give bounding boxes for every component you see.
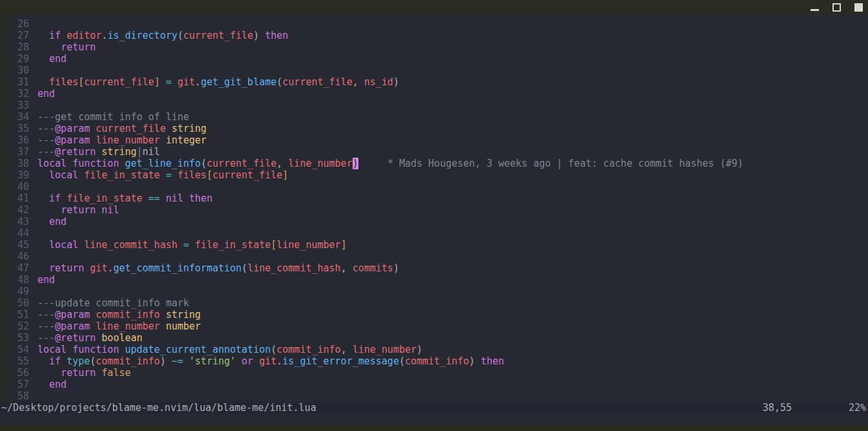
code-token: end	[37, 88, 55, 100]
code-line[interactable]: 26	[0, 18, 868, 30]
code-token	[37, 76, 49, 88]
code-token: file_in_state	[84, 169, 160, 181]
code-line[interactable]: 39 local file_in_state = files[current_f…	[0, 169, 868, 181]
code-line[interactable]: 31 files[current_file] = git.get_git_bla…	[0, 76, 868, 88]
code-text: ---update commit_info mark	[37, 297, 189, 309]
code-line[interactable]: 37---@return string|nil	[0, 146, 868, 158]
code-line[interactable]: 58	[0, 390, 868, 402]
code-token: ]	[341, 239, 347, 251]
code-line[interactable]: 42 return nil	[0, 204, 868, 216]
code-token: is_git_error_message	[282, 355, 399, 367]
code-text: end	[37, 53, 67, 65]
code-token: git	[90, 262, 107, 274]
code-token	[96, 367, 101, 379]
code-line[interactable]: 44	[0, 227, 868, 239]
code-token: ---	[37, 123, 55, 134]
code-line[interactable]: 28 return	[0, 41, 868, 53]
code-line[interactable]: 34---get commit info of line	[0, 111, 868, 123]
code-text: ---@param current_file string	[37, 123, 207, 134]
code-token: [	[271, 239, 276, 251]
code-token: string	[101, 146, 136, 158]
code-line[interactable]: 46	[0, 251, 868, 262]
code-token: commit_info	[276, 344, 340, 355]
maximize-icon[interactable]	[832, 3, 841, 12]
code-text: ---@return string|nil	[37, 146, 160, 158]
code-line[interactable]: 36---@param line_number integer	[0, 134, 868, 146]
code-token	[37, 216, 49, 227]
code-line[interactable]: 50---update commit_info mark	[0, 297, 868, 309]
code-token	[236, 355, 242, 367]
code-token: =	[183, 239, 189, 251]
code-line[interactable]: 43 end	[0, 216, 868, 227]
code-token	[37, 169, 49, 181]
code-line[interactable]: 47 return git.get_commit_information(lin…	[0, 262, 868, 274]
code-token: current_file	[212, 169, 282, 181]
code-token: local	[49, 169, 78, 181]
code-token: =	[166, 169, 172, 181]
code-line[interactable]: 29 end	[0, 53, 868, 65]
close-icon[interactable]	[854, 3, 863, 12]
code-token: ---update commit_info mark	[37, 297, 189, 309]
code-token: boolean	[101, 332, 142, 344]
code-line[interactable]: 53---@return boolean	[0, 332, 868, 344]
code-token: ---	[37, 134, 55, 146]
code-token: )	[253, 30, 259, 41]
code-line[interactable]: 52---@param line_number number	[0, 321, 868, 332]
code-token: then	[480, 355, 504, 367]
code-token	[37, 41, 61, 53]
code-line[interactable]: 32end	[0, 88, 868, 100]
code-token: (	[271, 344, 276, 355]
code-token: files	[49, 76, 78, 88]
code-token: type	[67, 355, 90, 367]
code-text: end	[37, 274, 55, 286]
code-token	[37, 193, 49, 204]
code-token: if	[49, 30, 61, 41]
code-token: (	[242, 262, 247, 274]
code-token: (	[90, 355, 96, 367]
code-token	[160, 169, 166, 181]
code-line[interactable]: 40	[0, 181, 868, 193]
code-line[interactable]: 51---@param commit_info string	[0, 309, 868, 321]
code-token: ~=	[172, 355, 183, 367]
minimize-icon[interactable]	[811, 9, 819, 11]
code-token: return	[61, 41, 96, 53]
code-token: files	[178, 169, 207, 181]
code-line[interactable]: 38local function get_line_info(current_f…	[0, 158, 868, 169]
code-token: number	[166, 321, 201, 332]
code-token: current_file	[96, 123, 165, 134]
code-line[interactable]: 45 local line_commit_hash = file_in_stat…	[0, 239, 868, 251]
code-token	[78, 169, 84, 181]
scroll-percent: 22%	[849, 402, 866, 414]
code-line[interactable]: 41 if file_in_state == nil then	[0, 193, 868, 204]
code-token: then	[265, 30, 288, 41]
code-line[interactable]: 57 end	[0, 379, 868, 390]
code-line[interactable]: 49	[0, 286, 868, 297]
code-line[interactable]: 27 if editor.is_directory(current_file) …	[0, 30, 868, 41]
code-token	[259, 30, 265, 41]
code-line[interactable]: 48end	[0, 274, 868, 286]
code-token: nil	[166, 193, 183, 204]
statusline-filepath: ~/Desktop/projects/blame-me.nvim/lua/bla…	[1, 402, 316, 414]
code-line[interactable]: 30	[0, 65, 868, 76]
code-line[interactable]: 54local function update_current_annotati…	[0, 344, 868, 355]
code-token: (	[276, 76, 282, 88]
code-token	[96, 146, 101, 158]
code-token: line_number	[96, 321, 160, 332]
code-token	[84, 262, 90, 274]
code-line[interactable]: 33	[0, 100, 868, 111]
code-text: ---get commit info of line	[37, 111, 189, 123]
code-editor[interactable]: 2627 if editor.is_directory(current_file…	[0, 14, 868, 402]
code-token: return	[61, 367, 96, 379]
code-line[interactable]: 35---@param current_file string	[0, 123, 868, 134]
code-token: ns_id	[364, 76, 393, 88]
code-token: ,	[276, 158, 288, 169]
code-text: local file_in_state = files[current_file…	[37, 169, 288, 181]
code-line[interactable]: 55 if type(commit_info) ~= 'string' or g…	[0, 355, 868, 367]
code-text: if editor.is_directory(current_file) the…	[37, 30, 288, 41]
code-token: 'string'	[189, 355, 236, 367]
code-token: return	[49, 262, 84, 274]
code-token: ]	[154, 76, 160, 88]
code-token: editor	[67, 30, 101, 41]
code-line[interactable]: 56 return false	[0, 367, 868, 379]
code-token: return	[61, 204, 96, 216]
